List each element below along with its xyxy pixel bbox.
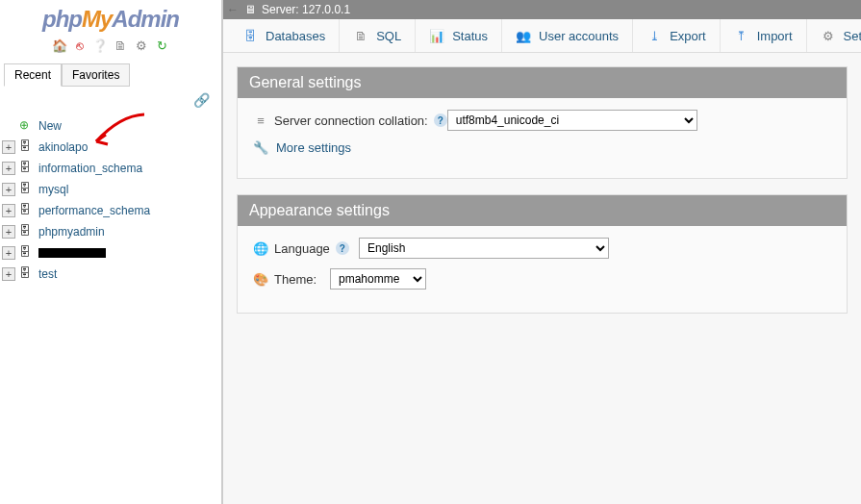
panel-header: Appearance settings: [238, 195, 847, 226]
database-icon: 🗄: [19, 182, 35, 197]
collapse-sidebar-icon[interactable]: ←: [227, 3, 239, 16]
database-icon: 🗄: [19, 266, 35, 282]
menu-export[interactable]: ⤓ Export: [633, 19, 721, 52]
databases-icon: 🗄: [242, 28, 258, 43]
top-menu: 🗄 Databases 🗎 SQL 📊 Status 👥 User accoun…: [223, 19, 861, 53]
database-icon: 🗄: [19, 203, 35, 218]
sql-icon: 🗎: [353, 28, 368, 43]
tab-recent[interactable]: Recent: [4, 63, 62, 87]
language-label: Language: [274, 241, 330, 256]
expand-icon[interactable]: +: [2, 225, 15, 239]
panel-header: General settings: [238, 67, 847, 98]
tree-item-information-schema[interactable]: + 🗄 information_schema: [0, 158, 221, 179]
database-icon: 🗄: [19, 161, 35, 176]
sql-icon[interactable]: 🗎: [114, 38, 129, 54]
users-icon: 👥: [516, 28, 531, 43]
tab-favorites[interactable]: Favorites: [62, 63, 130, 87]
tree-item-performance-schema[interactable]: + 🗄 performance_schema: [0, 200, 221, 221]
tree-item-mysql[interactable]: + 🗄 mysql: [0, 179, 221, 200]
expand-icon[interactable]: +: [2, 140, 15, 154]
menu-status[interactable]: 📊 Status: [416, 19, 502, 52]
collation-label: Server connection collation:: [274, 113, 428, 128]
appearance-settings-panel: Appearance settings 🌐 Language ? English…: [237, 194, 848, 314]
server-icon: 🖥: [244, 3, 256, 16]
language-icon: 🌐: [253, 241, 268, 256]
tree-item-test[interactable]: + 🗄 test: [0, 264, 221, 285]
expand-icon[interactable]: +: [2, 183, 15, 196]
theme-label: Theme:: [274, 272, 317, 287]
docs-icon[interactable]: ❔: [92, 38, 108, 54]
tree-item-redacted[interactable]: + 🗄: [0, 242, 221, 264]
menu-databases[interactable]: 🗄 Databases: [229, 19, 340, 52]
menu-sql[interactable]: 🗎 SQL: [340, 19, 416, 52]
theme-select[interactable]: pmahomme: [330, 268, 426, 290]
database-icon: 🗄: [19, 245, 35, 261]
tree-item-akinolapo[interactable]: + 🗄 akinolapo: [0, 137, 221, 158]
expand-icon[interactable]: +: [2, 162, 15, 175]
collation-select[interactable]: utf8mb4_unicode_ci: [447, 110, 697, 131]
server-label[interactable]: Server: 127.0.0.1: [262, 3, 350, 16]
database-icon: 🗄: [19, 139, 35, 155]
menu-settings[interactable]: ⚙ Setti: [807, 19, 861, 52]
export-icon: ⤓: [646, 28, 662, 43]
sidebar-toolbar: 🏠 ⎋ ❔ 🗎 ⚙ ↻: [0, 35, 221, 60]
expand-icon[interactable]: +: [2, 267, 15, 281]
wrench-icon: 🔧: [253, 140, 268, 155]
collation-icon: ≡: [253, 113, 268, 128]
logout-icon[interactable]: ⎋: [72, 38, 88, 54]
more-settings-link[interactable]: More settings: [276, 140, 351, 155]
new-db-icon: ⊕: [19, 118, 35, 134]
import-icon: ⤒: [734, 28, 749, 43]
expand-icon[interactable]: +: [2, 204, 15, 217]
tree-item-phpmyadmin[interactable]: + 🗄 phpmyadmin: [0, 221, 221, 242]
language-select[interactable]: English: [359, 238, 609, 259]
database-icon: 🗄: [19, 224, 35, 239]
help-icon[interactable]: ?: [434, 113, 447, 127]
theme-icon: 🎨: [253, 272, 268, 287]
expand-icon[interactable]: +: [2, 246, 15, 260]
reload-icon[interactable]: ↻: [154, 38, 169, 54]
help-icon[interactable]: ?: [336, 241, 349, 255]
home-icon[interactable]: 🏠: [52, 38, 67, 54]
tree-new[interactable]: ⊕ New: [0, 115, 221, 137]
gear-icon: ⚙: [821, 28, 836, 43]
breadcrumb-bar: 🖥 Server: 127.0.0.1: [223, 0, 861, 19]
settings-icon[interactable]: ⚙: [134, 38, 149, 54]
menu-user-accounts[interactable]: 👥 User accounts: [502, 19, 633, 52]
pma-logo[interactable]: phpMyAdmin: [0, 0, 221, 35]
status-icon: 📊: [429, 28, 444, 43]
link-icon[interactable]: 🔗: [193, 92, 210, 108]
menu-import[interactable]: ⤒ Import: [721, 19, 807, 52]
db-tree: ⊕ New + 🗄 akinolapo + 🗄 information_sche…: [0, 113, 221, 285]
general-settings-panel: General settings ≡ Server connection col…: [237, 66, 848, 179]
